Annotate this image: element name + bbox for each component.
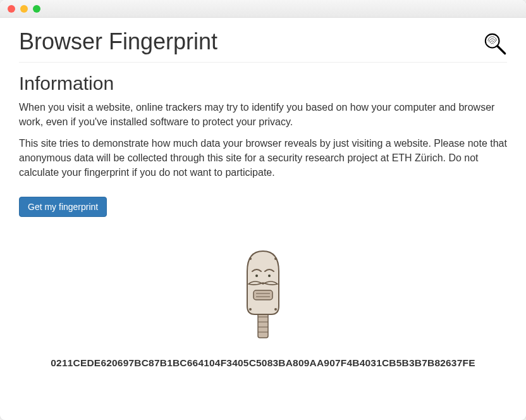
fingerprint-hash: 0211CEDE620697BC87B1BC664104F3405C5083BA… (19, 357, 507, 369)
section-heading: Information (19, 73, 507, 94)
window-maximize-icon[interactable] (33, 5, 40, 13)
window-minimize-icon[interactable] (20, 5, 28, 13)
info-paragraph-2: This site tries to demonstrate how much … (19, 137, 507, 180)
svg-point-7 (255, 275, 258, 277)
svg-point-13 (274, 308, 277, 311)
svg-point-12 (249, 308, 252, 311)
app-window: Browser Fingerprint Information When you… (0, 0, 526, 420)
page-content: Browser Fingerprint Information When you… (0, 18, 526, 381)
svg-point-8 (268, 275, 271, 277)
fingerprint-magnifier-icon (482, 30, 507, 56)
page-title: Browser Fingerprint (19, 29, 217, 54)
window-titlebar (0, 0, 526, 18)
svg-rect-2 (258, 312, 268, 338)
svg-rect-9 (254, 290, 272, 300)
svg-line-1 (498, 46, 505, 54)
get-fingerprint-button[interactable]: Get my fingerprint (19, 197, 107, 217)
robot-avatar (19, 246, 507, 343)
svg-point-15 (274, 257, 277, 260)
svg-point-14 (249, 257, 252, 260)
window-close-icon[interactable] (8, 5, 15, 13)
page-header: Browser Fingerprint (19, 29, 507, 63)
info-paragraph-1: When you visit a website, online tracker… (19, 101, 507, 129)
